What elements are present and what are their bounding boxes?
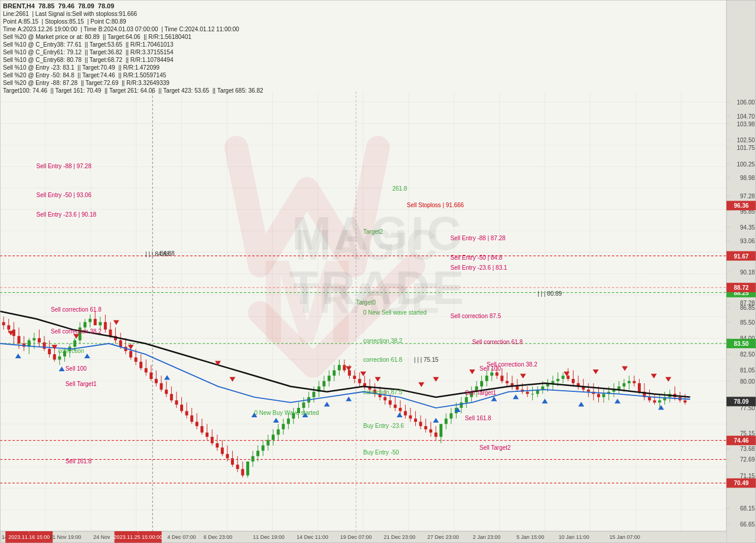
- chart-container: MAGICTRADE: [0, 0, 756, 543]
- chart-canvas: [0, 0, 756, 543]
